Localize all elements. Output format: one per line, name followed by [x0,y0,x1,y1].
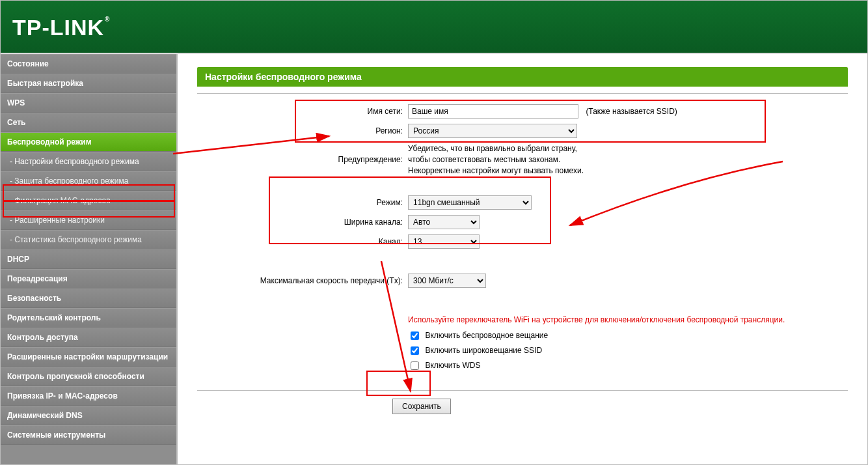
sidebar-item-15[interactable]: Расширенные настройки маршрутизации [1,347,176,367]
sidebar-item-9[interactable]: - Статистика беспроводного режима [1,230,176,249]
sidebar-item-19[interactable]: Системные инструменты [1,425,176,445]
content-area: Настройки беспроводного режима Имя сети:… [178,54,867,465]
chk-ssid-broadcast-label: Включить широковещание SSID [425,346,542,355]
sidebar-item-18[interactable]: Динамический DNS [1,406,176,425]
chwidth-select[interactable]: Авто [408,215,480,229]
channel-label: Канал: [260,232,408,251]
channel-select[interactable]: 13 [408,234,480,249]
divider [197,93,848,94]
chk-wireless-broadcast[interactable] [411,331,419,340]
brand-logo: TP-LINK® [12,15,110,40]
sidebar-item-16[interactable]: Контроль пропускной способности [1,367,176,386]
header: TP-LINK® [1,1,867,54]
mode-label: Режим: [260,193,408,212]
sidebar-item-8[interactable]: - Расширенные настройки [1,210,176,230]
sidebar-item-14[interactable]: Контроль доступа [1,328,176,347]
warn-label: Предупреждение: [260,141,408,178]
maxrate-select[interactable]: 300 Мбит/с [408,274,486,288]
warn-text: Убедитесь, что вы правильно выбрали стра… [408,141,785,178]
sidebar-item-0[interactable]: Состояние [1,54,176,74]
ssid-input[interactable] [408,104,578,119]
maxrate-label: Максимальная скорость передачи (Tx): [260,271,408,290]
divider [197,390,848,391]
sidebar-item-7[interactable]: - Фильтрация MAC-адресов [1,191,176,210]
wifi-switch-note: Используйте переключатель WiFi на устрой… [408,315,785,324]
sidebar-item-6[interactable]: - Защита беспроводного режима [1,171,176,191]
save-button[interactable]: Сохранить [392,399,451,414]
sidebar-item-4[interactable]: Беспроводной режим [1,132,176,152]
chk-ssid-broadcast[interactable] [411,346,419,355]
chwidth-label: Ширина канала: [260,212,408,232]
sidebar-item-2[interactable]: WPS [1,93,176,113]
sidebar-item-3[interactable]: Сеть [1,113,176,132]
mode-select[interactable]: 11bgn смешанный [408,195,532,210]
sidebar-item-13[interactable]: Родительский контроль [1,308,176,328]
chk-wds[interactable] [411,361,419,370]
sidebar: СостояниеБыстрая настройкаWPSСетьБеспров… [1,54,178,465]
sidebar-item-17[interactable]: Привязка IP- и MAC-адресов [1,386,176,406]
ssid-note: (Также называется SSID) [586,107,677,116]
page-title: Настройки беспроводного режима [197,67,848,87]
ssid-label: Имя сети: [260,102,408,121]
region-label: Регион: [260,121,408,141]
sidebar-item-5[interactable]: - Настройки беспроводного режима [1,152,176,171]
sidebar-item-1[interactable]: Быстрая настройка [1,74,176,93]
chk-wireless-broadcast-label: Включить беспроводное вещание [425,331,548,340]
chk-wds-label: Включить WDS [425,361,480,370]
sidebar-item-10[interactable]: DHCP [1,249,176,269]
sidebar-item-12[interactable]: Безопасность [1,289,176,308]
region-select[interactable]: Россия [408,124,577,138]
sidebar-item-11[interactable]: Переадресация [1,269,176,289]
